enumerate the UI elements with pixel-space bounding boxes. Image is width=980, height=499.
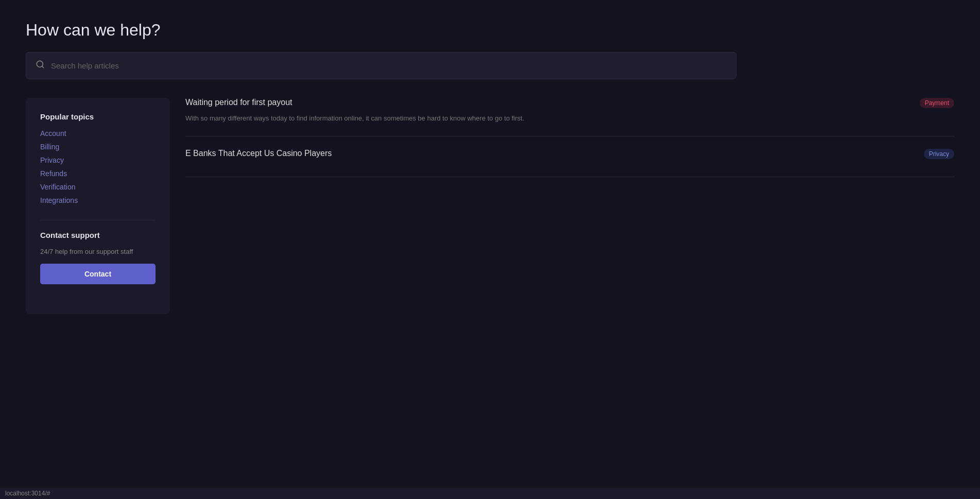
article-excerpt: With so many different ways today to fin… — [185, 113, 954, 124]
search-icon — [36, 60, 45, 72]
sidebar-divider — [40, 220, 156, 220]
sidebar-link-refunds[interactable]: Refunds — [40, 169, 156, 178]
contact-button[interactable]: Contact — [40, 264, 156, 284]
search-input[interactable] — [51, 61, 727, 70]
sidebar-link-integrations[interactable]: Integrations — [40, 196, 156, 204]
article-item: E Banks That Accept Us Casino Players Pr… — [185, 136, 954, 177]
sidebar: Popular topics Account Billing Privacy R… — [26, 98, 170, 314]
sidebar-link-verification[interactable]: Verification — [40, 183, 156, 191]
article-tag: Payment — [920, 98, 954, 108]
article-title: E Banks That Accept Us Casino Players — [185, 149, 332, 158]
contact-support-title: Contact support — [40, 231, 156, 239]
sidebar-link-privacy[interactable]: Privacy — [40, 156, 156, 164]
contact-support-desc: 24/7 help from our support staff — [40, 248, 156, 255]
svg-line-1 — [42, 66, 43, 67]
article-item: Waiting period for first payout Payment … — [185, 98, 954, 136]
status-url: localhost:3014/# — [5, 490, 50, 497]
article-tag: Privacy — [924, 149, 954, 159]
contact-support-section: Contact support 24/7 help from our suppo… — [40, 231, 156, 284]
status-bar: localhost:3014/# — [0, 488, 980, 499]
sidebar-link-account[interactable]: Account — [40, 129, 156, 137]
content-area: Popular topics Account Billing Privacy R… — [26, 98, 954, 314]
article-header: E Banks That Accept Us Casino Players Pr… — [185, 149, 954, 159]
search-bar — [26, 52, 736, 79]
main-container: How can we help? Popular topics Account … — [0, 0, 980, 335]
article-header: Waiting period for first payout Payment — [185, 98, 954, 108]
articles-area: Waiting period for first payout Payment … — [185, 98, 954, 314]
popular-topics-title: Popular topics — [40, 112, 156, 121]
page-title: How can we help? — [26, 21, 954, 40]
sidebar-link-billing[interactable]: Billing — [40, 143, 156, 151]
article-title: Waiting period for first payout — [185, 98, 293, 107]
popular-topics-section: Popular topics Account Billing Privacy R… — [40, 112, 156, 204]
